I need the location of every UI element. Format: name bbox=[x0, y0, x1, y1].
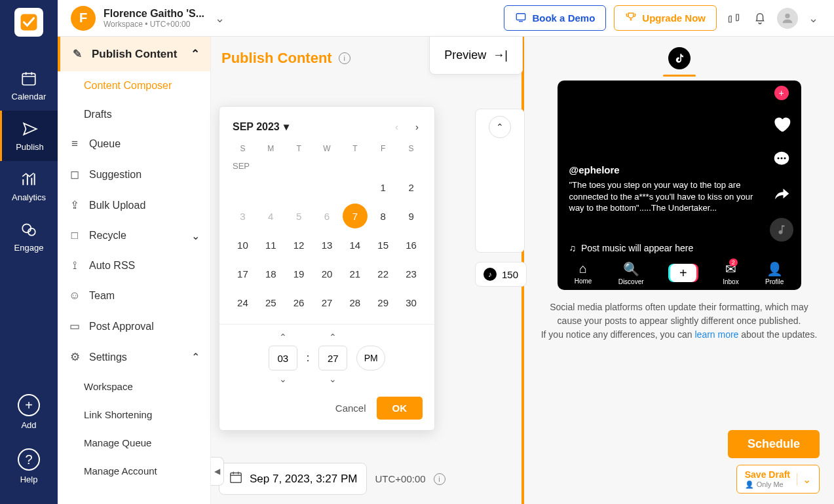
prev-month-button[interactable]: ‹ bbox=[392, 118, 401, 135]
calendar-day[interactable]: 24 bbox=[229, 290, 257, 315]
weekday-row: S M T W T F S bbox=[219, 140, 434, 157]
hour-input[interactable]: 03 bbox=[269, 346, 297, 370]
nav-approval[interactable]: ▭Post Approval bbox=[58, 311, 210, 342]
ok-button[interactable]: OK bbox=[377, 397, 423, 420]
calendar-day[interactable]: 25 bbox=[257, 290, 285, 315]
side-panel: ✎ Publish Content ⌃ Content Composer Dra… bbox=[58, 37, 211, 504]
calendar-day[interactable]: 27 bbox=[313, 290, 341, 315]
nav-settings-manage-account[interactable]: Manage Account bbox=[58, 457, 210, 485]
schedule-button[interactable]: Schedule bbox=[728, 430, 820, 458]
pencil-icon: ✎ bbox=[71, 47, 84, 61]
rail-analytics[interactable]: Analytics bbox=[0, 161, 58, 211]
nav-queue[interactable]: ≡Queue bbox=[58, 129, 210, 159]
info-icon[interactable]: i bbox=[434, 473, 445, 485]
calendar-day[interactable]: 19 bbox=[285, 261, 313, 286]
calendar-day[interactable]: 15 bbox=[369, 232, 397, 257]
nav-settings-workspace[interactable]: Workspace bbox=[58, 372, 210, 401]
nav-settings-manage-queue[interactable]: Manage Queue bbox=[58, 429, 210, 457]
calendar-day[interactable]: 10 bbox=[229, 232, 257, 257]
workspace-avatar[interactable]: F bbox=[71, 6, 96, 31]
plus-icon: + bbox=[670, 264, 696, 282]
cancel-button[interactable]: Cancel bbox=[335, 403, 366, 414]
calendar-day[interactable]: 11 bbox=[257, 232, 285, 257]
calendar-day[interactable]: 6 bbox=[313, 204, 341, 228]
next-month-button[interactable]: › bbox=[413, 118, 421, 135]
calendar-day[interactable]: 1 bbox=[369, 175, 397, 200]
calendar-day[interactable]: 14 bbox=[341, 232, 369, 257]
chevron-down-icon[interactable]: ⌄ bbox=[806, 9, 821, 28]
calendar-day[interactable]: 17 bbox=[229, 261, 257, 286]
calendar-day[interactable]: 13 bbox=[313, 232, 341, 257]
calendar-day[interactable]: 28 bbox=[341, 290, 369, 315]
calendar-day[interactable]: 26 bbox=[285, 290, 313, 315]
minute-input[interactable]: 27 bbox=[318, 346, 347, 370]
chevron-down-icon[interactable]: ⌄ bbox=[797, 473, 811, 486]
button-label: Upgrade Now bbox=[642, 12, 706, 24]
preview-toggle[interactable]: Preview →| bbox=[429, 37, 523, 75]
nav-team[interactable]: ☺Team bbox=[58, 281, 210, 311]
side-card: ⌃ bbox=[475, 109, 525, 253]
hour-down-button[interactable]: ⌄ bbox=[276, 373, 290, 385]
calendar-day[interactable]: 20 bbox=[313, 261, 341, 286]
nav-recycle[interactable]: □Recycle⌄ bbox=[58, 221, 210, 251]
nav-autorss[interactable]: ⟟Auto RSS bbox=[58, 251, 210, 281]
panel-header-publish[interactable]: ✎ Publish Content ⌃ bbox=[58, 37, 210, 71]
learn-more-link[interactable]: learn more bbox=[694, 329, 738, 340]
calendar-day[interactable]: 2 bbox=[397, 175, 425, 200]
char-count-value: 150 bbox=[502, 269, 518, 280]
rail-engage[interactable]: Engage bbox=[0, 211, 58, 262]
nav-content-composer[interactable]: Content Composer bbox=[58, 71, 210, 100]
svg-point-8 bbox=[777, 157, 779, 159]
datetime-display[interactable]: Sep 7, 2023, 3:27 PM bbox=[219, 463, 367, 495]
bell-icon[interactable] bbox=[751, 9, 769, 27]
collapse-sidepanel-button[interactable]: ◀ bbox=[211, 457, 224, 486]
calendar-day[interactable]: 9 bbox=[397, 204, 425, 228]
tiktok-nav-profile: 👤Profile bbox=[765, 261, 784, 285]
calendar-day[interactable]: 16 bbox=[397, 232, 425, 257]
rail-help[interactable]: ? Help bbox=[0, 439, 58, 494]
preview-caption: "The toes you step on your way to the to… bbox=[569, 179, 755, 214]
nav-settings[interactable]: ⚙Settings⌃ bbox=[58, 342, 210, 372]
chevron-down-icon[interactable]: ⌄ bbox=[212, 9, 227, 28]
save-draft-button[interactable]: Save Draft 👤Only Me ⌄ bbox=[736, 465, 820, 494]
info-icon[interactable]: i bbox=[339, 52, 351, 64]
calendar-day[interactable]: 21 bbox=[341, 261, 369, 286]
rail-calendar[interactable]: Calendar bbox=[0, 60, 58, 111]
month-label: SEP 2023 bbox=[233, 121, 280, 133]
calendar-day bbox=[257, 175, 285, 200]
hour-up-button[interactable]: ⌃ bbox=[276, 331, 290, 343]
collapse-card-button[interactable]: ⌃ bbox=[489, 116, 511, 138]
nav-drafts[interactable]: Drafts bbox=[58, 100, 210, 129]
month-selector[interactable]: SEP 2023 ▾ bbox=[233, 120, 289, 133]
workspace-selector[interactable]: Florence Gaitho 'S... Workspace • UTC+00… bbox=[104, 7, 204, 29]
calendar-day[interactable]: 23 bbox=[397, 261, 425, 286]
preview-tab-tiktok[interactable] bbox=[668, 47, 691, 69]
upgrade-button[interactable]: Upgrade Now bbox=[614, 5, 717, 31]
rail-label: Help bbox=[20, 475, 38, 484]
tiktok-icon: ♪ bbox=[483, 268, 497, 281]
rail-publish[interactable]: Publish bbox=[0, 111, 58, 161]
nav-bulk-upload[interactable]: ⇪Bulk Upload bbox=[58, 190, 210, 221]
minute-down-button[interactable]: ⌄ bbox=[326, 373, 340, 385]
calendar-day[interactable]: 8 bbox=[369, 204, 397, 228]
calendar-day[interactable]: 3 bbox=[229, 204, 257, 228]
calendar-day[interactable]: 29 bbox=[369, 290, 397, 315]
profile-avatar[interactable] bbox=[777, 8, 798, 29]
calendar-day[interactable]: 5 bbox=[285, 204, 313, 228]
nav-suggestion[interactable]: ◻Suggestion bbox=[58, 159, 210, 190]
calendar-day[interactable]: 18 bbox=[257, 261, 285, 286]
minute-up-button[interactable]: ⌃ bbox=[326, 331, 340, 343]
calendar-day[interactable]: 7 bbox=[343, 204, 368, 228]
book-demo-button[interactable]: Book a Demo bbox=[504, 5, 606, 31]
calendar-day[interactable]: 22 bbox=[369, 261, 397, 286]
calendar-day[interactable]: 4 bbox=[257, 204, 285, 228]
calendar-day[interactable]: 12 bbox=[285, 232, 313, 257]
comment-icon bbox=[770, 147, 793, 171]
calendar-day[interactable]: 30 bbox=[397, 290, 425, 315]
compose-column: Publish Content i Preview →| ⌃ ♪ 150 SEP… bbox=[211, 37, 524, 504]
feedback-icon[interactable] bbox=[725, 9, 743, 27]
rail-add[interactable]: + Add bbox=[0, 385, 58, 439]
nav-settings-link[interactable]: Link Shortening bbox=[58, 401, 210, 429]
preview-music: ♫ Post music will appear here bbox=[569, 243, 694, 253]
ampm-toggle[interactable]: PM bbox=[356, 346, 385, 370]
